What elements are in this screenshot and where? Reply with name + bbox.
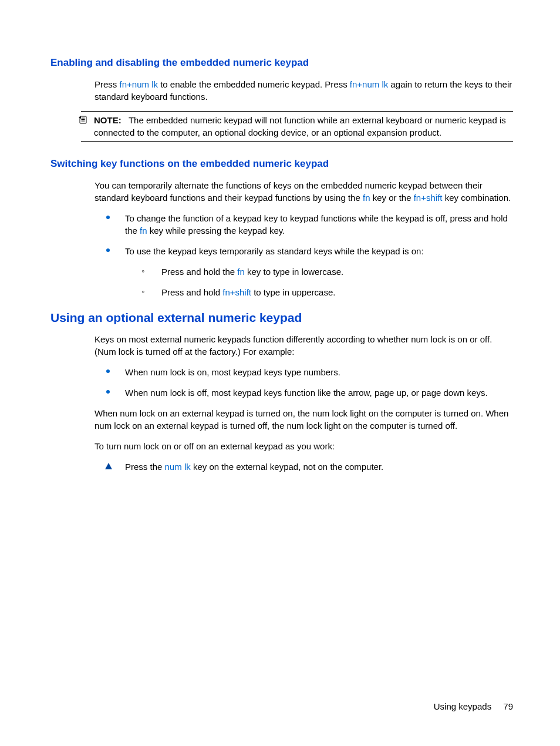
note-label: NOTE: bbox=[94, 115, 122, 125]
key-fn: fn bbox=[363, 193, 370, 203]
list-item: To use the keypad keys temporarily as st… bbox=[106, 245, 513, 298]
note-body: NOTE: The embedded numeric keypad will n… bbox=[94, 114, 513, 139]
key-fn-shift: fn+shift bbox=[222, 287, 251, 297]
list-item: To change the function of a keypad key t… bbox=[106, 212, 513, 237]
para-external-2: When num lock on an external keypad is t… bbox=[95, 407, 513, 432]
text: Press the bbox=[125, 462, 165, 472]
note-block: NOTE: The embedded numeric keypad will n… bbox=[81, 111, 513, 142]
action-item: Press the num lk key on the external key… bbox=[106, 461, 513, 473]
list-item: Press and hold fn+shift to type in upper… bbox=[125, 286, 513, 298]
text: key to type in lowercase. bbox=[245, 267, 343, 277]
para-enable: Press fn+num lk to enable the embedded n… bbox=[95, 78, 513, 103]
para-switching: You can temporarily alternate the functi… bbox=[95, 179, 513, 204]
text: to enable the embedded numeric keypad. P… bbox=[158, 79, 350, 89]
key-numlk: num lk bbox=[165, 462, 191, 472]
list-item: When num lock is off, most keypad keys f… bbox=[106, 387, 513, 399]
bullet-list: When num lock is on, most keypad keys ty… bbox=[106, 366, 513, 399]
key-fn-numlk: fn+num lk bbox=[120, 79, 158, 89]
text: Press and hold bbox=[161, 287, 222, 297]
key-fn-numlk: fn+num lk bbox=[350, 79, 388, 89]
page-footer: Using keypads 79 bbox=[434, 700, 513, 713]
text: key while pressing the keypad key. bbox=[147, 226, 285, 236]
text: key on the external keypad, not on the c… bbox=[191, 462, 384, 472]
page-number: 79 bbox=[503, 701, 513, 711]
text: To use the keypad keys temporarily as st… bbox=[125, 246, 424, 256]
heading-switching: Switching key functions on the embedded … bbox=[50, 157, 513, 171]
bullet-list: To change the function of a keypad key t… bbox=[106, 212, 513, 298]
note-text: The embedded numeric keypad will not fun… bbox=[94, 115, 506, 137]
heading-enabling: Enabling and disabling the embedded nume… bbox=[50, 56, 513, 70]
list-item: When num lock is on, most keypad keys ty… bbox=[106, 366, 513, 378]
footer-section: Using keypads bbox=[434, 701, 491, 711]
key-fn-shift: fn+shift bbox=[414, 193, 443, 203]
text: Press and hold the bbox=[161, 267, 237, 277]
key-fn: fn bbox=[237, 267, 245, 277]
heading-external-keypad: Using an optional external numeric keypa… bbox=[50, 309, 513, 326]
text: key or the bbox=[370, 193, 413, 203]
text: key combination. bbox=[442, 193, 511, 203]
para-external-3: To turn num lock on or off on an externa… bbox=[95, 440, 513, 452]
para-external-1: Keys on most external numeric keypads fu… bbox=[95, 333, 513, 358]
text: Press bbox=[95, 79, 120, 89]
note-icon bbox=[79, 115, 88, 127]
sub-list: Press and hold the fn key to type in low… bbox=[125, 266, 513, 298]
key-fn: fn bbox=[140, 226, 147, 236]
text: to type in uppercase. bbox=[251, 287, 335, 297]
list-item: Press and hold the fn key to type in low… bbox=[125, 266, 513, 278]
